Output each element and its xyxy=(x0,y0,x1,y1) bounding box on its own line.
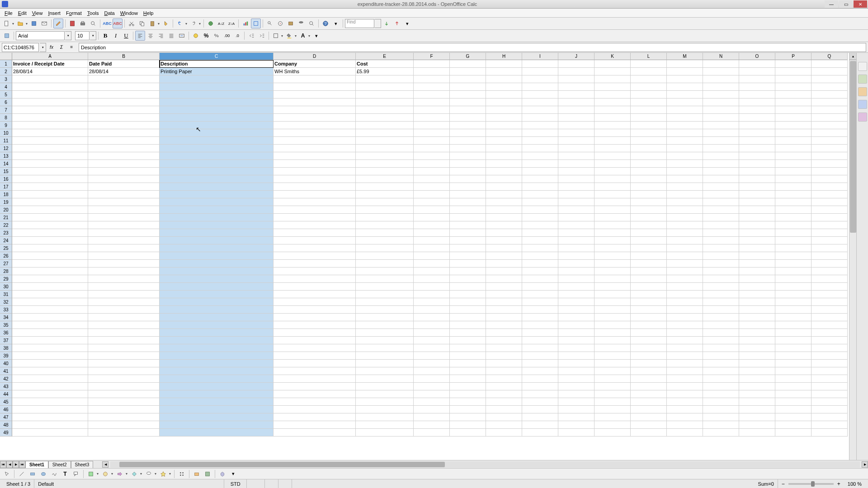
cell[interactable] xyxy=(739,298,775,306)
cell[interactable] xyxy=(522,321,558,329)
cell[interactable] xyxy=(739,413,775,421)
cell[interactable] xyxy=(160,221,274,229)
cell[interactable] xyxy=(356,429,414,436)
cell[interactable] xyxy=(274,413,356,421)
cell[interactable] xyxy=(811,198,848,206)
cell[interactable] xyxy=(631,375,667,383)
cell[interactable] xyxy=(486,352,522,360)
cell[interactable] xyxy=(356,375,414,383)
paste-dropdown-icon[interactable]: ▾ xyxy=(158,22,160,26)
row-header[interactable]: 41 xyxy=(0,367,12,375)
cell[interactable] xyxy=(558,198,594,206)
cell[interactable] xyxy=(522,291,558,298)
cell[interactable] xyxy=(450,260,486,267)
cell[interactable] xyxy=(486,283,522,291)
cell[interactable] xyxy=(558,214,594,221)
callouts-shapes-icon[interactable] xyxy=(144,469,154,479)
cell[interactable] xyxy=(703,152,739,160)
cell[interactable] xyxy=(703,183,739,191)
cell[interactable] xyxy=(558,291,594,298)
cell[interactable] xyxy=(160,237,274,244)
column-header-I[interactable]: I xyxy=(522,53,558,60)
close-button[interactable]: ✕ xyxy=(854,0,867,8)
row-header[interactable]: 2 xyxy=(0,68,12,75)
cell[interactable] xyxy=(356,160,414,168)
menu-file[interactable]: File xyxy=(2,9,15,17)
cell[interactable] xyxy=(274,106,356,114)
rectangle-icon[interactable] xyxy=(28,469,38,479)
cell[interactable] xyxy=(160,145,274,152)
cell[interactable] xyxy=(414,99,450,106)
cell[interactable] xyxy=(594,175,631,183)
cell[interactable] xyxy=(594,191,631,198)
equals-icon[interactable]: = xyxy=(67,43,76,52)
cell[interactable] xyxy=(274,367,356,375)
sidebar-properties-icon[interactable] xyxy=(858,62,867,71)
row-header[interactable]: 40 xyxy=(0,360,12,367)
underline-icon[interactable]: U xyxy=(121,31,131,41)
cell[interactable] xyxy=(631,168,667,175)
cell[interactable] xyxy=(88,221,160,229)
cell[interactable] xyxy=(667,321,703,329)
cell[interactable] xyxy=(522,106,558,114)
cell[interactable] xyxy=(88,114,160,122)
cell[interactable] xyxy=(160,114,274,122)
cell[interactable] xyxy=(775,206,811,214)
cell[interactable] xyxy=(274,122,356,129)
cell[interactable] xyxy=(558,152,594,160)
cell[interactable] xyxy=(356,421,414,429)
cell[interactable] xyxy=(667,360,703,367)
cell[interactable] xyxy=(450,367,486,375)
cell[interactable] xyxy=(450,298,486,306)
cell[interactable] xyxy=(12,206,88,214)
column-header-J[interactable]: J xyxy=(558,53,594,60)
column-header-K[interactable]: K xyxy=(594,53,631,60)
cell[interactable] xyxy=(558,337,594,344)
cell[interactable] xyxy=(558,91,594,99)
cell[interactable] xyxy=(450,145,486,152)
symbol-shapes-dropdown-icon[interactable]: ▾ xyxy=(111,472,114,476)
cell[interactable] xyxy=(88,137,160,145)
cell[interactable] xyxy=(594,60,631,68)
cell[interactable] xyxy=(450,321,486,329)
cell[interactable] xyxy=(450,267,486,275)
cell[interactable] xyxy=(775,329,811,337)
cell[interactable] xyxy=(356,237,414,244)
cell[interactable] xyxy=(739,122,775,129)
cell[interactable] xyxy=(522,267,558,275)
cell[interactable] xyxy=(558,106,594,114)
cell[interactable] xyxy=(558,344,594,352)
cell[interactable] xyxy=(522,214,558,221)
cell[interactable] xyxy=(88,214,160,221)
cell[interactable] xyxy=(88,244,160,252)
cell[interactable] xyxy=(160,421,274,429)
cell[interactable] xyxy=(667,413,703,421)
cell[interactable] xyxy=(811,344,848,352)
cell[interactable] xyxy=(486,267,522,275)
cell[interactable] xyxy=(703,390,739,398)
cell[interactable] xyxy=(631,183,667,191)
cell[interactable] xyxy=(667,375,703,383)
cell[interactable] xyxy=(667,99,703,106)
cell[interactable] xyxy=(667,114,703,122)
row-header[interactable]: 11 xyxy=(0,137,12,145)
cell[interactable] xyxy=(558,267,594,275)
cell[interactable] xyxy=(811,106,848,114)
delete-decimal-icon[interactable]: .0 xyxy=(232,31,242,41)
cell[interactable] xyxy=(739,106,775,114)
cell[interactable] xyxy=(811,68,848,75)
row-header[interactable]: 29 xyxy=(0,275,12,283)
cell[interactable] xyxy=(356,191,414,198)
cell[interactable] xyxy=(594,413,631,421)
cell[interactable] xyxy=(356,168,414,175)
cell[interactable] xyxy=(703,168,739,175)
cell[interactable] xyxy=(450,237,486,244)
cell[interactable] xyxy=(486,91,522,99)
cut-icon[interactable] xyxy=(127,19,137,28)
cell[interactable] xyxy=(667,283,703,291)
cell[interactable] xyxy=(631,321,667,329)
standard-format-icon[interactable]: ⁰⁄₀ xyxy=(212,31,222,41)
cell[interactable] xyxy=(522,83,558,91)
cell[interactable] xyxy=(631,145,667,152)
cell[interactable] xyxy=(558,237,594,244)
